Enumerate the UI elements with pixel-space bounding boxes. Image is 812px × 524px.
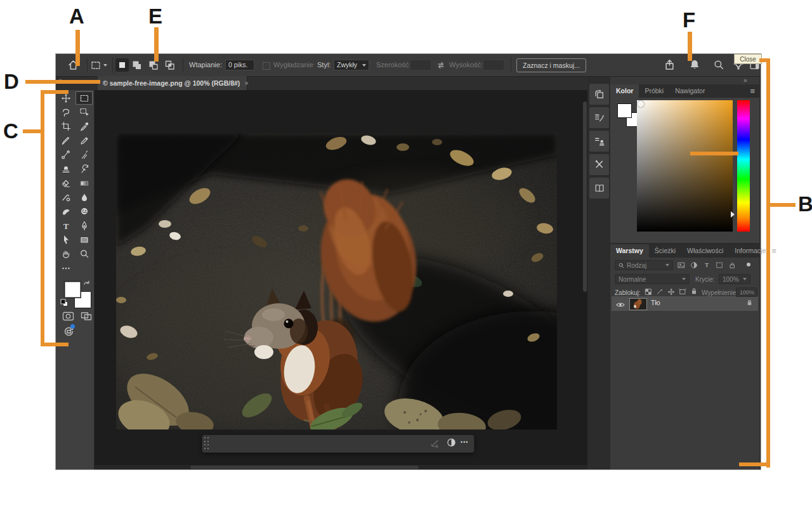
color-field-marker[interactable] xyxy=(638,101,644,107)
panel-menu-icon[interactable]: ≡ xyxy=(771,247,776,255)
opacity-value: 100% xyxy=(723,276,739,283)
layer-thumbnail[interactable] xyxy=(629,298,647,310)
lock-pixels-icon[interactable] xyxy=(656,288,664,296)
tab-navigator[interactable]: Nawigator xyxy=(669,84,710,98)
collapse-panels-chevron[interactable]: » xyxy=(743,77,747,84)
visibility-eye-icon[interactable] xyxy=(616,299,625,311)
tab-swatches[interactable]: Próbki xyxy=(639,84,669,98)
lock-position-icon[interactable] xyxy=(667,288,675,296)
hue-slider[interactable] xyxy=(737,100,750,232)
opacity-select[interactable]: 100% xyxy=(719,274,750,284)
style-select[interactable]: Zwykły xyxy=(334,60,369,70)
foreground-swatch-small[interactable] xyxy=(617,103,632,118)
transform-icon[interactable] xyxy=(430,438,440,448)
filter-image-icon[interactable] xyxy=(678,261,685,269)
filter-adjustment-icon[interactable] xyxy=(690,261,698,269)
sponge-tool[interactable] xyxy=(75,204,93,218)
chevron-down-icon[interactable] xyxy=(103,64,107,67)
annotation-line-b-connector xyxy=(770,203,796,207)
dodge-tool[interactable] xyxy=(57,204,74,218)
pencil-tool[interactable] xyxy=(75,134,93,147)
tab-info[interactable]: Informacje xyxy=(729,244,771,258)
blend-mode-select[interactable]: Normalne xyxy=(615,274,690,284)
panel-menu-icon[interactable]: ≡ xyxy=(750,87,755,95)
filter-type-icon[interactable]: T xyxy=(703,261,710,269)
document-tab[interactable]: © sample-free-image.png @ 100% (RGB/8#) … xyxy=(98,76,247,90)
share-icon[interactable] xyxy=(664,59,676,71)
libraries-panel-icon[interactable] xyxy=(589,178,609,199)
marquee-preset-icon[interactable] xyxy=(91,61,101,70)
screen-mode-icon[interactable] xyxy=(81,311,93,321)
layer-filter-select[interactable]: Rodzaj xyxy=(615,260,673,270)
history-brush-tool[interactable] xyxy=(75,162,93,175)
history-panel-icon[interactable] xyxy=(589,84,609,105)
hand-tool[interactable] xyxy=(57,247,74,260)
color-replacement-brush-tool[interactable] xyxy=(57,148,74,161)
taskbar-more-icon[interactable]: ••• xyxy=(461,439,468,445)
close-tab-icon[interactable]: × xyxy=(244,79,248,87)
tab-properties[interactable]: Właściwości xyxy=(681,244,729,258)
chevron-down-icon xyxy=(665,264,669,266)
tab-color[interactable]: Kolor xyxy=(610,84,639,98)
fill-label: Wypełnienie: xyxy=(702,289,738,296)
more-tools-button[interactable] xyxy=(57,261,74,275)
filter-shape-icon[interactable] xyxy=(716,261,723,269)
eraser-tool[interactable] xyxy=(57,176,74,190)
color-field[interactable] xyxy=(637,100,733,232)
subtract-from-selection-icon[interactable] xyxy=(148,60,159,70)
type-tool[interactable]: T xyxy=(57,219,74,232)
rectangular-marquee-tool[interactable] xyxy=(75,91,93,105)
hue-slider-pointer[interactable] xyxy=(731,211,735,218)
zoom-tool[interactable] xyxy=(75,247,93,260)
height-input[interactable] xyxy=(483,60,504,70)
eyedropper-tool[interactable] xyxy=(75,119,93,133)
lock-all-icon[interactable] xyxy=(690,287,698,295)
clone-source-panel-icon[interactable] xyxy=(589,131,609,152)
vertical-scrollbar[interactable] xyxy=(583,102,587,292)
annotation-letter-b: B xyxy=(798,192,812,216)
tools-panel-icon[interactable] xyxy=(589,154,609,175)
paint-bucket-tool[interactable] xyxy=(57,190,74,204)
clone-stamp-tool[interactable] xyxy=(57,162,74,175)
default-colors-icon[interactable] xyxy=(60,298,69,306)
tab-paths[interactable]: Ścieżki xyxy=(649,244,681,258)
filter-smart-object-icon[interactable] xyxy=(728,261,736,269)
pen-tool[interactable] xyxy=(75,219,93,232)
filter-toggle-dot[interactable] xyxy=(747,263,750,266)
blend-mode-value: Normalne xyxy=(619,276,646,283)
feather-input[interactable]: 0 piks. xyxy=(225,60,254,70)
path-selection-tool[interactable] xyxy=(57,233,74,246)
contrast-icon[interactable] xyxy=(447,438,456,447)
horizontal-scrollbar[interactable] xyxy=(190,466,419,469)
lock-artboard-icon[interactable] xyxy=(679,288,686,296)
chevron-down-icon xyxy=(682,278,686,280)
smoothing-checkbox[interactable] xyxy=(263,62,270,70)
crop-tool[interactable] xyxy=(57,119,74,133)
annotation-line-c-top xyxy=(41,90,69,94)
foreground-color-swatch[interactable] xyxy=(64,281,81,298)
new-selection-mode-button[interactable] xyxy=(115,58,129,72)
annotation-line-a xyxy=(75,30,80,66)
fill-select[interactable]: 100% xyxy=(736,287,757,297)
lock-transparency-icon[interactable] xyxy=(645,288,652,296)
width-input[interactable] xyxy=(410,60,431,70)
object-selection-tool[interactable] xyxy=(75,105,93,119)
add-to-selection-icon[interactable] xyxy=(132,60,142,70)
annotation-line-hue-pointer xyxy=(690,152,738,155)
intersect-selection-icon[interactable] xyxy=(165,60,175,70)
blur-tool[interactable] xyxy=(75,190,93,204)
quick-mask-icon[interactable] xyxy=(62,311,74,321)
gradient-tool[interactable] xyxy=(75,176,93,190)
brush-settings-panel-icon[interactable] xyxy=(589,107,609,128)
tab-layers[interactable]: Warstwy xyxy=(610,244,649,258)
divider xyxy=(511,58,511,73)
rectangle-shape-tool[interactable] xyxy=(75,233,93,246)
search-icon[interactable] xyxy=(713,59,724,70)
mixer-brush-tool[interactable] xyxy=(75,148,93,161)
select-and-mask-button[interactable]: Zaznacz i maskuj... xyxy=(516,58,586,72)
lasso-tool[interactable] xyxy=(57,105,74,119)
swap-colors-icon[interactable] xyxy=(82,279,91,287)
taskbar-drag-handle[interactable] xyxy=(204,437,209,449)
swap-dimensions-icon[interactable] xyxy=(436,61,445,70)
brush-tool[interactable] xyxy=(57,134,74,147)
